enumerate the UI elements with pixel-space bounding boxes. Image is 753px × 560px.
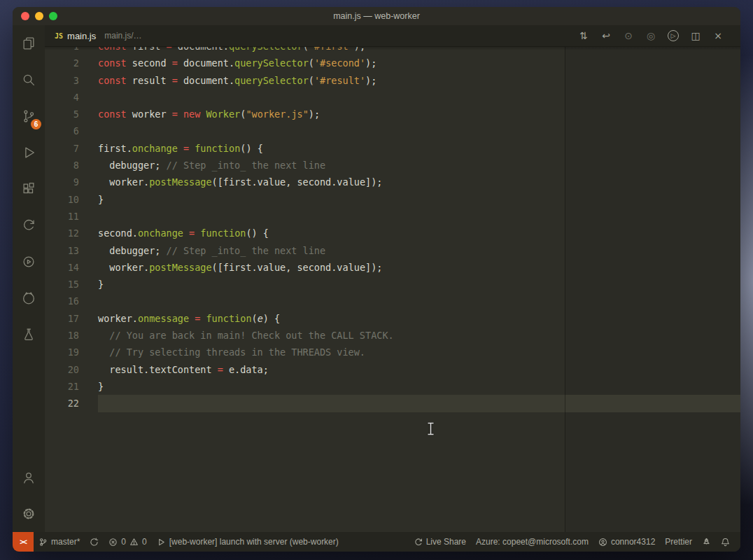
open-changes-icon[interactable]: ⇅ bbox=[578, 30, 589, 41]
github-actions-icon bbox=[21, 254, 36, 270]
code-line[interactable]: 19 // Try selecting threads in the THREA… bbox=[45, 344, 740, 360]
close-editor-icon[interactable]: × bbox=[712, 30, 724, 41]
sync-status[interactable] bbox=[85, 532, 104, 552]
code-line[interactable]: 22 bbox=[45, 395, 740, 412]
status-bar: >< master* 0 0 bbox=[13, 532, 740, 552]
code-line[interactable]: 8 debugger; // Step _into_ the next line bbox=[45, 157, 740, 174]
line-number: 13 bbox=[45, 242, 98, 259]
live-share-label: Live Share bbox=[426, 537, 466, 547]
formatter-label: Prettier bbox=[665, 537, 692, 547]
zoom-window-button[interactable] bbox=[49, 12, 57, 20]
window-title: main.js — web-worker bbox=[13, 11, 740, 21]
azure-status[interactable]: Azure: copeet@microsoft.com bbox=[471, 537, 593, 547]
window-controls bbox=[21, 7, 57, 25]
code-line[interactable]: 21} bbox=[45, 378, 740, 395]
account-label: connor4312 bbox=[611, 537, 655, 547]
live-share-icon bbox=[414, 538, 423, 547]
activity-search[interactable] bbox=[13, 62, 45, 98]
branch-status[interactable]: master* bbox=[34, 532, 85, 552]
account-icon bbox=[21, 470, 36, 485]
line-number: 19 bbox=[45, 344, 98, 360]
line-number: 2 bbox=[45, 55, 98, 71]
feedback-status[interactable] bbox=[697, 538, 716, 547]
activity-explorer[interactable] bbox=[13, 25, 45, 62]
remote-icon: >< bbox=[20, 538, 27, 546]
line-number: 9 bbox=[45, 174, 98, 190]
line-number: 12 bbox=[45, 225, 98, 241]
tab-main-js[interactable]: JS main.js bbox=[45, 25, 101, 46]
files-icon bbox=[21, 36, 36, 51]
gear-icon bbox=[21, 506, 36, 522]
activity-account[interactable] bbox=[13, 459, 45, 496]
editor-actions: ⇅ ↩ ⊙ ◎ ▷ ◫ × bbox=[578, 30, 740, 41]
notifications-status[interactable] bbox=[716, 538, 735, 547]
code-line[interactable]: 9 worker.postMessage([first.value, secon… bbox=[45, 174, 740, 190]
activity-github-actions[interactable] bbox=[13, 244, 45, 280]
activity-run-debug[interactable] bbox=[13, 134, 45, 171]
line-number: 22 bbox=[45, 395, 98, 412]
code-line[interactable]: 6 bbox=[45, 122, 740, 139]
problems-status[interactable]: 0 0 bbox=[104, 532, 151, 552]
code-line[interactable]: 17worker.onmessage = function(e) { bbox=[45, 310, 740, 327]
code-line[interactable]: 12second.onchange = function() { bbox=[45, 225, 740, 241]
line-number: 6 bbox=[45, 122, 98, 139]
code-line[interactable]: 18 // You are back in main! Check out th… bbox=[45, 327, 740, 344]
code-line[interactable]: 2const second = document.querySelector('… bbox=[45, 55, 740, 71]
azure-label: Azure: copeet@microsoft.com bbox=[476, 537, 589, 547]
account-status[interactable]: connor4312 bbox=[593, 537, 660, 547]
code-line[interactable]: 10} bbox=[45, 191, 740, 208]
run-below-icon[interactable]: ⊙ bbox=[623, 30, 634, 41]
code-line[interactable]: 16 bbox=[45, 293, 740, 309]
line-number: 14 bbox=[45, 259, 98, 276]
error-count: 0 bbox=[121, 537, 126, 547]
launch-status[interactable]: [web-worker] launch with server (web-wor… bbox=[152, 532, 344, 552]
breadcrumb[interactable]: main.js/… bbox=[104, 31, 141, 41]
extensions-icon bbox=[21, 181, 36, 197]
activity-test-explorer[interactable] bbox=[13, 316, 45, 353]
line-number: 21 bbox=[45, 378, 98, 395]
line-number: 3 bbox=[45, 72, 98, 89]
tab-label: main.js bbox=[67, 31, 96, 41]
run-debug-icon bbox=[21, 145, 36, 160]
activity-source-control[interactable]: 6 bbox=[13, 98, 45, 134]
line-number: 11 bbox=[45, 208, 98, 225]
minimize-window-button[interactable] bbox=[35, 12, 43, 20]
code-line[interactable]: 1const first = document.querySelector('#… bbox=[45, 47, 740, 55]
branch-icon bbox=[38, 538, 48, 547]
javascript-file-icon: JS bbox=[55, 32, 63, 40]
run-file-icon[interactable]: ▷ bbox=[668, 30, 679, 41]
split-editor-icon[interactable]: ◫ bbox=[690, 30, 701, 41]
activity-settings[interactable] bbox=[13, 496, 45, 532]
line-number: 7 bbox=[45, 140, 98, 157]
line-number: 16 bbox=[45, 293, 98, 309]
activity-live-share[interactable] bbox=[13, 207, 45, 244]
code-line[interactable]: 4 bbox=[45, 89, 740, 106]
code-line[interactable]: 3const result = document.querySelector('… bbox=[45, 72, 740, 89]
status-bar-right: Live Share Azure: copeet@microsoft.com c… bbox=[409, 537, 740, 547]
code-line[interactable]: 5const worker = new Worker("worker.js"); bbox=[45, 106, 740, 122]
formatter-status[interactable]: Prettier bbox=[660, 537, 697, 547]
code-line[interactable]: 14 worker.postMessage([first.value, seco… bbox=[45, 259, 740, 276]
activity-extensions[interactable] bbox=[13, 171, 45, 207]
navigate-back-icon[interactable]: ↩ bbox=[600, 30, 612, 41]
code-editor[interactable]: 1const first = document.querySelector('#… bbox=[45, 47, 740, 532]
title-bar[interactable]: main.js — web-worker bbox=[13, 7, 740, 25]
code-line[interactable]: 11 bbox=[45, 208, 740, 225]
vscode-window: main.js — web-worker 6 bbox=[13, 7, 740, 552]
code-line[interactable]: 20 result.textContent = e.data; bbox=[45, 361, 740, 378]
close-window-button[interactable] bbox=[21, 12, 29, 20]
line-number: 10 bbox=[45, 191, 98, 208]
remote-indicator[interactable]: >< bbox=[13, 532, 34, 552]
line-number: 5 bbox=[45, 106, 98, 122]
code-line[interactable]: 13 debugger; // Step _into_ the next lin… bbox=[45, 242, 740, 259]
code-line[interactable]: 7first.onchange = function() { bbox=[45, 140, 740, 157]
code-line[interactable]: 15} bbox=[45, 276, 740, 293]
debug-session-icon[interactable]: ◎ bbox=[645, 30, 656, 41]
line-number: 8 bbox=[45, 157, 98, 174]
github-icon bbox=[21, 290, 36, 306]
tab-bar: JS main.js main.js/… ⇅ ↩ ⊙ ◎ ▷ ◫ × bbox=[45, 25, 740, 47]
activity-bar: 6 bbox=[13, 25, 45, 532]
activity-github[interactable] bbox=[13, 280, 45, 316]
play-icon bbox=[157, 538, 166, 547]
live-share-status[interactable]: Live Share bbox=[409, 537, 471, 547]
